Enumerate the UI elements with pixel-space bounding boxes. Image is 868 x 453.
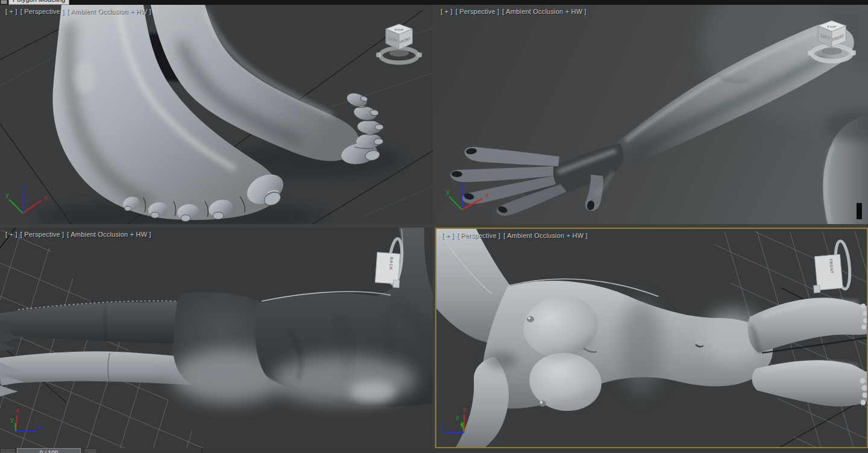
next-frame-button[interactable] — [84, 448, 97, 453]
axis-gizmo: x y z — [2, 402, 58, 440]
scene-feet-closeup[interactable] — [0, 5, 433, 224]
max-window: Polygon Modeling — [0, 0, 868, 453]
viewport-bottom-left[interactable]: [ + ] [ Perspective ] [ Ambient Occlusio… — [0, 228, 433, 448]
ribbon-bar: Polygon Modeling — [0, 0, 868, 5]
nipple-highlight — [528, 317, 530, 319]
scene-body-front[interactable] — [436, 229, 867, 447]
viewport-top-left[interactable]: [ + ] [ Perspective ] [ Ambient Occlusio… — [0, 5, 433, 224]
axis-x-label: x — [485, 192, 489, 199]
viewcube[interactable]: TOP LEFT FRONT — [805, 18, 858, 66]
viewcube-label-top: TOP — [827, 25, 837, 28]
axis-gizmo: z y x — [445, 180, 500, 217]
ribbon-tab-polygon-modeling[interactable]: Polygon Modeling — [8, 0, 69, 5]
viewport-header: [ + ] [ Perspective ] [ Ambient Occlusio… — [441, 8, 587, 15]
axis-y-label: y — [446, 188, 450, 195]
axis-z-label: z — [440, 424, 444, 431]
viewport-header: [ + ] [ Perspective ] [ Ambient Occlusio… — [5, 231, 151, 238]
viewcube-ring-handle[interactable] — [417, 52, 422, 57]
viewport-menu-shading[interactable]: [ Ambient Occlusion + HW ] — [67, 231, 151, 238]
viewport-top-right[interactable]: [ + ] [ Perspective ] [ Ambient Occlusio… — [435, 5, 868, 224]
axis-gizmo: z y x — [4, 182, 59, 219]
nipple-highlight — [540, 401, 542, 404]
viewcube-ring-handle[interactable] — [808, 51, 813, 55]
viewport-menu-general[interactable]: [ + ] — [441, 8, 453, 15]
time-slider-thumb[interactable]: 0 / 100 — [17, 448, 81, 453]
viewport-menu-pov[interactable]: [ Perspective ] — [20, 231, 64, 238]
viewport-bottom-right[interactable]: [ + ] [ Perspective ] [ Ambient Occlusio… — [435, 228, 868, 448]
viewport-menu-pov[interactable]: [ Perspective ] — [457, 232, 501, 239]
viewcube[interactable]: TOP LEFT FRONT — [374, 22, 424, 67]
nipple — [539, 401, 546, 407]
viewcube[interactable]: BACK — [369, 235, 416, 290]
viewcube-shadow — [822, 47, 842, 55]
axis-x-label: x — [16, 407, 19, 414]
ribbon-minimize-icon[interactable] — [1, 0, 7, 4]
viewcube[interactable]: FRONT — [809, 237, 860, 294]
axis-x-label: x — [44, 193, 48, 201]
viewcube-ring-handle[interactable] — [814, 285, 820, 293]
axis-x-label: x — [462, 405, 466, 413]
viewcube-ring-handle[interactable] — [851, 51, 855, 55]
axis-gizmo: x y z — [438, 402, 493, 440]
viewport-menu-shading[interactable]: [ Ambient Occlusion + HW ] — [67, 8, 151, 15]
viewport-header: [ + ] [ Perspective ] [ Ambient Occlusio… — [5, 8, 151, 15]
viewport-menu-general[interactable]: [ + ] — [442, 232, 454, 239]
previous-frame-button[interactable] — [0, 448, 16, 453]
viewport-menu-pov[interactable]: [ Perspective ] — [456, 8, 500, 15]
edge-artifact — [857, 203, 862, 219]
viewport-menu-general[interactable]: [ + ] — [5, 8, 17, 15]
scene-body-back[interactable] — [0, 228, 433, 448]
viewport-menu-pov[interactable]: [ Perspective ] — [20, 8, 64, 15]
axis-z-label: z — [21, 183, 25, 190]
viewport-menu-general[interactable]: [ + ] — [5, 231, 17, 238]
viewcube-ring-handle[interactable] — [376, 52, 381, 57]
viewcube-shadow — [389, 49, 409, 57]
viewport-menu-shading[interactable]: [ Ambient Occlusion + HW ] — [502, 8, 586, 15]
axis-y-label: y — [456, 413, 459, 420]
viewcube-ring-handle[interactable] — [393, 280, 400, 288]
nipple — [527, 316, 534, 322]
viewport-menu-shading[interactable]: [ Ambient Occlusion + HW ] — [503, 232, 587, 239]
axis-z-label: z — [460, 181, 464, 188]
axis-y-label: y — [10, 416, 14, 423]
axis-y-label: y — [5, 191, 9, 198]
axis-z-label: z — [39, 423, 42, 431]
viewcube-face-back[interactable] — [375, 252, 400, 284]
time-slider-bar: 0 / 100 — [0, 448, 868, 453]
viewcube-face-front[interactable] — [814, 254, 843, 290]
viewcube-label-top: TOP — [394, 29, 404, 31]
time-slider-track[interactable] — [201, 448, 868, 453]
viewport-header: [ + ] [ Perspective ] [ Ambient Occlusio… — [442, 232, 588, 239]
